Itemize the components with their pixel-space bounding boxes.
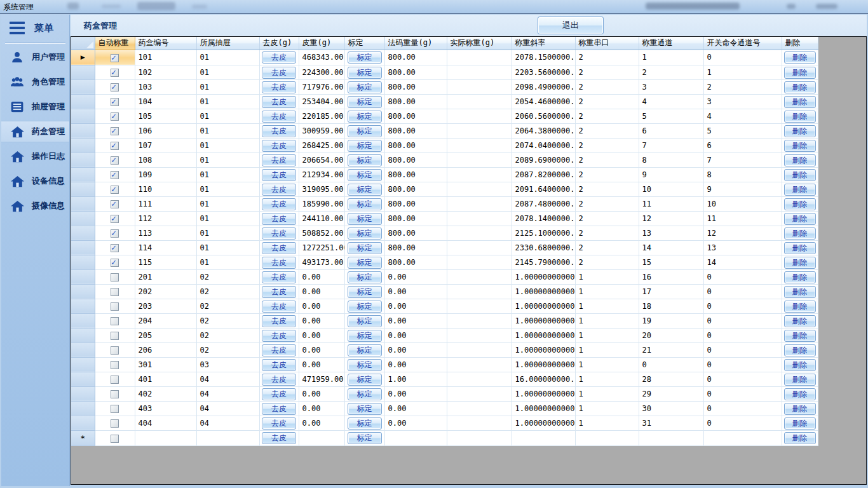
calibrate-button[interactable]: 标定 [348, 330, 382, 342]
row-selector-cell[interactable] [71, 152, 95, 167]
drawer-cell[interactable]: 01 [196, 182, 259, 196]
switch-channel-cell[interactable]: 0 [703, 401, 782, 416]
serial-port-cell[interactable]: 1 [575, 269, 639, 284]
tare-weight-cell[interactable]: 0.00 [299, 386, 344, 401]
box-number-cell[interactable]: 204 [135, 313, 196, 328]
calibrate-button[interactable]: 标定 [348, 432, 382, 444]
box-number-cell[interactable]: 102 [135, 65, 196, 79]
row-selector-cell[interactable] [71, 65, 95, 79]
tare-button[interactable]: 去皮 [262, 67, 296, 79]
code-weight-cell[interactable]: 0.00 [384, 416, 447, 430]
tare-button[interactable]: 去皮 [262, 330, 296, 342]
calibrate-button[interactable]: 标定 [348, 81, 382, 93]
row-selector-cell[interactable] [71, 109, 95, 123]
slope-cell[interactable]: 1.0000000000000 [512, 357, 575, 372]
channel-cell[interactable]: 8 [639, 152, 703, 167]
channel-cell[interactable]: 10 [639, 182, 703, 196]
serial-port-cell[interactable]: 2 [575, 226, 639, 240]
box-number-cell[interactable]: 404 [135, 416, 196, 430]
code-weight-cell[interactable]: 0.00 [384, 299, 447, 313]
delete-button[interactable]: 删除 [784, 257, 816, 269]
auto-weigh-checkbox[interactable] [111, 419, 119, 428]
calibrate-button[interactable]: 标定 [348, 213, 382, 225]
column-header-calibrate[interactable]: 标定 [344, 37, 384, 50]
serial-port-cell[interactable]: 1 [575, 284, 639, 299]
row-selector-cell[interactable] [71, 372, 95, 386]
tare-weight-cell[interactable]: 0.00 [299, 313, 344, 328]
row-selector-cell[interactable]: ▶ [71, 50, 95, 65]
delete-button[interactable]: 删除 [784, 125, 816, 137]
serial-port-cell[interactable]: 1 [575, 299, 639, 313]
delete-button[interactable]: 删除 [784, 271, 816, 283]
code-weight-cell[interactable]: 800.00 [384, 196, 447, 211]
tare-weight-cell[interactable]: 212934.00 [299, 167, 344, 182]
delete-button[interactable]: 删除 [784, 432, 816, 444]
serial-port-cell[interactable] [575, 430, 639, 445]
calibrate-button[interactable]: 标定 [348, 374, 382, 386]
delete-button[interactable]: 删除 [784, 140, 816, 152]
tare-weight-cell[interactable]: 300959.00 [299, 123, 344, 138]
switch-channel-cell[interactable]: 14 [703, 255, 782, 269]
auto-weigh-checkbox[interactable] [111, 332, 119, 340]
tare-weight-cell[interactable]: 0.00 [299, 284, 344, 299]
box-number-cell[interactable] [135, 430, 196, 445]
channel-cell[interactable]: 2 [639, 65, 703, 79]
serial-port-cell[interactable]: 1 [575, 313, 639, 328]
box-number-cell[interactable]: 401 [135, 372, 196, 386]
code-weight-cell[interactable]: 1.00 [384, 372, 447, 386]
calibrate-button[interactable]: 标定 [348, 388, 382, 400]
serial-port-cell[interactable]: 2 [575, 255, 639, 269]
slope-cell[interactable]: 1.0000000000000 [512, 401, 575, 416]
tare-button[interactable]: 去皮 [262, 388, 296, 400]
switch-channel-cell[interactable]: 9 [703, 182, 782, 196]
serial-port-cell[interactable]: 2 [575, 94, 639, 109]
drawer-cell[interactable]: 02 [196, 299, 259, 313]
tare-button[interactable]: 去皮 [262, 213, 296, 225]
switch-channel-cell[interactable]: 0 [703, 372, 782, 386]
auto-weigh-checkbox[interactable] [111, 171, 119, 179]
drawer-cell[interactable]: 02 [196, 342, 259, 357]
tare-weight-cell[interactable]: 471959.00 [299, 372, 344, 386]
code-weight-cell[interactable]: 0.00 [384, 284, 447, 299]
row-selector-cell[interactable] [71, 240, 95, 255]
tare-button[interactable]: 去皮 [262, 227, 296, 240]
box-number-cell[interactable]: 103 [135, 79, 196, 94]
actual-weight-cell[interactable] [447, 416, 512, 430]
delete-button[interactable]: 删除 [784, 403, 816, 415]
drawer-cell[interactable]: 01 [196, 211, 259, 226]
row-selector-cell[interactable] [71, 255, 95, 269]
tare-weight-cell[interactable]: 717976.00 [299, 79, 344, 94]
column-header-switch-channel[interactable]: 开关命令通道号 [703, 37, 782, 50]
actual-weight-cell[interactable] [447, 299, 512, 313]
auto-weigh-checkbox[interactable] [111, 54, 119, 62]
slope-cell[interactable]: 2060.5600000... [512, 109, 575, 123]
serial-port-cell[interactable]: 2 [575, 240, 639, 255]
drawer-cell[interactable]: 01 [196, 109, 259, 123]
code-weight-cell[interactable]: 800.00 [384, 182, 447, 196]
tare-weight-cell[interactable]: 220185.00 [299, 109, 344, 123]
channel-cell[interactable]: 17 [639, 284, 703, 299]
sidebar-menu-header[interactable]: 菜单 [1, 15, 69, 41]
tare-button[interactable]: 去皮 [262, 417, 296, 430]
actual-weight-cell[interactable] [447, 79, 512, 94]
serial-port-cell[interactable]: 2 [575, 79, 639, 94]
auto-weigh-checkbox[interactable] [111, 405, 119, 413]
box-number-cell[interactable]: 107 [135, 138, 196, 152]
drawer-cell[interactable]: 02 [196, 328, 259, 342]
box-number-cell[interactable]: 202 [135, 284, 196, 299]
tare-weight-cell[interactable]: 244110.00 [299, 211, 344, 226]
serial-port-cell[interactable]: 2 [575, 196, 639, 211]
auto-weigh-checkbox[interactable] [111, 69, 119, 77]
calibrate-button[interactable]: 标定 [348, 403, 382, 415]
delete-button[interactable]: 删除 [784, 330, 816, 342]
actual-weight-cell[interactable] [447, 123, 512, 138]
auto-weigh-checkbox[interactable] [111, 435, 119, 443]
switch-channel-cell[interactable]: 11 [703, 211, 782, 226]
switch-channel-cell[interactable]: 0 [703, 342, 782, 357]
actual-weight-cell[interactable] [447, 152, 512, 167]
tare-button[interactable]: 去皮 [262, 315, 296, 327]
tare-button[interactable]: 去皮 [262, 184, 296, 196]
tare-weight-cell[interactable]: 0.00 [299, 299, 344, 313]
slope-cell[interactable]: 2145.7900000... [512, 255, 575, 269]
code-weight-cell[interactable]: 800.00 [384, 138, 447, 152]
